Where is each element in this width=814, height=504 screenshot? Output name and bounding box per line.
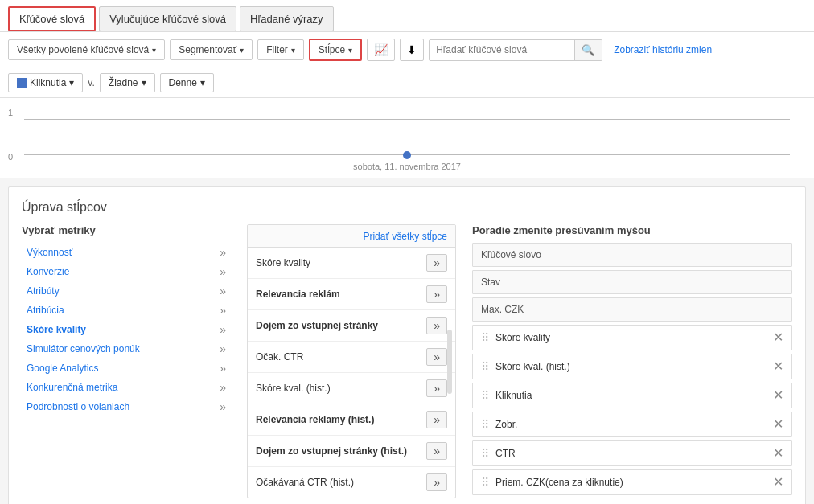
chart-data-point xyxy=(403,151,411,159)
compare-select-button[interactable]: Žiadne ▾ xyxy=(100,73,155,92)
metric-link-1[interactable]: Konverzie xyxy=(27,266,69,277)
drag-handle-6[interactable]: ⠿ xyxy=(481,418,489,431)
col-add-btn-1[interactable]: » xyxy=(426,285,447,303)
metric-item-1[interactable]: Konverzie» xyxy=(22,262,231,281)
toolbar1: Všetky povolené kľúčové slová ▾ Segmento… xyxy=(0,32,814,68)
order-item-8[interactable]: ⠿Priem. CZK(cena za kliknutie)✕ xyxy=(472,469,792,495)
metric-link-6[interactable]: Google Analytics xyxy=(27,363,98,374)
metrics-title: Vybrať metriky xyxy=(22,224,231,236)
segment-button[interactable]: Segmentovať ▾ xyxy=(170,39,253,60)
period-select-button[interactable]: Denne ▾ xyxy=(160,73,214,92)
metric-item-3[interactable]: Atribúcia» xyxy=(22,301,231,320)
order-label-5: Kliknutia xyxy=(495,390,532,401)
metric-link-8[interactable]: Podrobnosti o volaniach xyxy=(27,401,130,412)
col-add-btn-6[interactable]: » xyxy=(426,442,447,460)
vs-label: v. xyxy=(88,77,94,88)
remove-btn-8[interactable]: ✕ xyxy=(773,476,783,489)
all-keywords-caret: ▾ xyxy=(152,46,156,55)
remove-btn-4[interactable]: ✕ xyxy=(773,360,783,373)
metric-item-0[interactable]: Výkonnosť» xyxy=(22,243,231,262)
columns-button[interactable]: Stĺpce ▾ xyxy=(309,39,362,61)
col-add-btn-3[interactable]: » xyxy=(426,348,447,366)
col-item-3: Očak. CTR» xyxy=(248,342,455,373)
metric-item-2[interactable]: Atribúty» xyxy=(22,281,231,301)
tab-vylucujuce[interactable]: Vylučujúce kľúčové slová xyxy=(99,6,236,31)
tab-hladane-vyrazy[interactable]: Hľadané výrazy xyxy=(240,6,334,31)
order-item-0: Kľúčové slovo xyxy=(472,243,792,267)
order-label-4: Skóre kval. (hist.) xyxy=(495,361,570,372)
toolbar2: Kliknutia ▾ v. Žiadne ▾ Denne ▾ xyxy=(0,68,814,98)
order-item-7[interactable]: ⠿CTR✕ xyxy=(472,440,792,466)
metric-item-8[interactable]: Podrobnosti o volaniach» xyxy=(22,397,231,416)
drag-handle-3[interactable]: ⠿ xyxy=(481,331,489,344)
order-item-3[interactable]: ⠿Skóre kvality✕ xyxy=(472,325,792,350)
metric-link-2[interactable]: Atribúty xyxy=(27,285,60,297)
filter-button[interactable]: Filter ▾ xyxy=(257,39,304,60)
metric-select-button[interactable]: Kliknutia ▾ xyxy=(8,73,83,92)
col-add-btn-4[interactable]: » xyxy=(426,379,447,397)
col-add-btn-7[interactable]: » xyxy=(426,473,447,491)
col-label-3: Očak. CTR xyxy=(256,351,303,363)
metric-item-6[interactable]: Google Analytics» xyxy=(22,359,231,378)
col-item-5: Relevancia reklamy (hist.)» xyxy=(248,404,455,436)
metric-caret: ▾ xyxy=(69,77,74,88)
col-add-btn-0[interactable]: » xyxy=(426,254,447,272)
search-submit-button[interactable]: 🔍 xyxy=(574,40,602,60)
period-caret: ▾ xyxy=(200,77,205,88)
metric-chevron-1: » xyxy=(220,265,226,278)
metric-link-3[interactable]: Atribúcia xyxy=(27,305,64,316)
columns-caret: ▾ xyxy=(348,46,352,55)
metric-chevron-0: » xyxy=(220,246,226,259)
add-all-columns-link[interactable]: Pridať všetky stĺpce xyxy=(363,231,447,242)
order-item-6[interactable]: ⠿Zobr.✕ xyxy=(472,412,792,437)
remove-btn-3[interactable]: ✕ xyxy=(773,331,783,344)
metric-chevron-2: » xyxy=(220,285,226,297)
order-label-6: Zobr. xyxy=(495,419,517,430)
col-add-btn-2[interactable]: » xyxy=(426,317,447,334)
order-label-0: Kľúčové slovo xyxy=(481,249,541,260)
metric-link-4[interactable]: Skóre kvality xyxy=(27,324,86,335)
metric-link-7[interactable]: Konkurenčná metrika xyxy=(27,382,117,393)
search-input[interactable] xyxy=(430,40,574,59)
col-label-5: Relevancia reklamy (hist.) xyxy=(256,414,374,425)
metric-chevron-5: » xyxy=(220,342,226,355)
drag-handle-5[interactable]: ⠿ xyxy=(481,389,489,402)
drag-handle-8[interactable]: ⠿ xyxy=(481,476,489,489)
all-keywords-button[interactable]: Všetky povolené kľúčové slová ▾ xyxy=(8,39,165,60)
col-label-7: Očakávaná CTR (hist.) xyxy=(256,477,354,488)
remove-btn-7[interactable]: ✕ xyxy=(773,447,783,460)
order-label-7: CTR xyxy=(495,448,516,459)
order-label-8: Priem. CZK(cena za kliknutie) xyxy=(495,477,623,488)
chart-view-button[interactable]: 📈 xyxy=(367,39,395,61)
metric-item-4[interactable]: Skóre kvality» xyxy=(22,320,231,339)
col-add-btn-5[interactable]: » xyxy=(426,411,447,428)
history-link[interactable]: Zobraziť históriu zmien xyxy=(614,44,712,55)
metric-link-5[interactable]: Simulátor cenových ponúk xyxy=(27,343,140,354)
drag-handle-7[interactable]: ⠿ xyxy=(481,447,489,460)
order-label-2: Max. CZK xyxy=(481,304,524,315)
metric-item-7[interactable]: Konkurenčná metrika» xyxy=(22,378,231,397)
metrics-section: Vybrať metriky Výkonnosť»Konverzie»Atrib… xyxy=(22,224,231,498)
chart-y-top: 1 xyxy=(8,108,13,117)
col-item-6: Dojem zo vstupnej stránky (hist.)» xyxy=(248,436,455,467)
metric-chevron-7: » xyxy=(220,381,226,394)
order-list: Kľúčové slovoStavMax. CZK⠿Skóre kvality✕… xyxy=(472,243,792,495)
metric-chevron-3: » xyxy=(220,304,226,317)
metric-link-0[interactable]: Výkonnosť xyxy=(27,247,72,258)
tab-klucove-slova[interactable]: Kľúčové slová xyxy=(8,6,96,31)
col-label-0: Skóre kvality xyxy=(256,257,310,268)
download-button[interactable]: ⬇ xyxy=(400,39,424,61)
metrics-list: Výkonnosť»Konverzie»Atribúty»Atribúcia»S… xyxy=(22,243,231,416)
order-item-5[interactable]: ⠿Kliknutia✕ xyxy=(472,383,792,408)
drag-handle-4[interactable]: ⠿ xyxy=(481,360,489,373)
remove-btn-6[interactable]: ✕ xyxy=(773,418,783,431)
remove-btn-5[interactable]: ✕ xyxy=(773,389,783,402)
col-item-1: Relevancia reklám» xyxy=(248,279,455,310)
columns-list: Skóre kvality»Relevancia reklám»Dojem zo… xyxy=(248,248,455,498)
order-item-4[interactable]: ⠿Skóre kval. (hist.)✕ xyxy=(472,354,792,379)
panel-title: Úprava stĺpcov xyxy=(22,200,792,215)
compare-caret: ▾ xyxy=(142,77,146,88)
filter-caret: ▾ xyxy=(291,46,295,55)
chart-date-label: sobota, 11. novembra 2017 xyxy=(353,162,461,171)
metric-item-5[interactable]: Simulátor cenových ponúk» xyxy=(22,339,231,359)
